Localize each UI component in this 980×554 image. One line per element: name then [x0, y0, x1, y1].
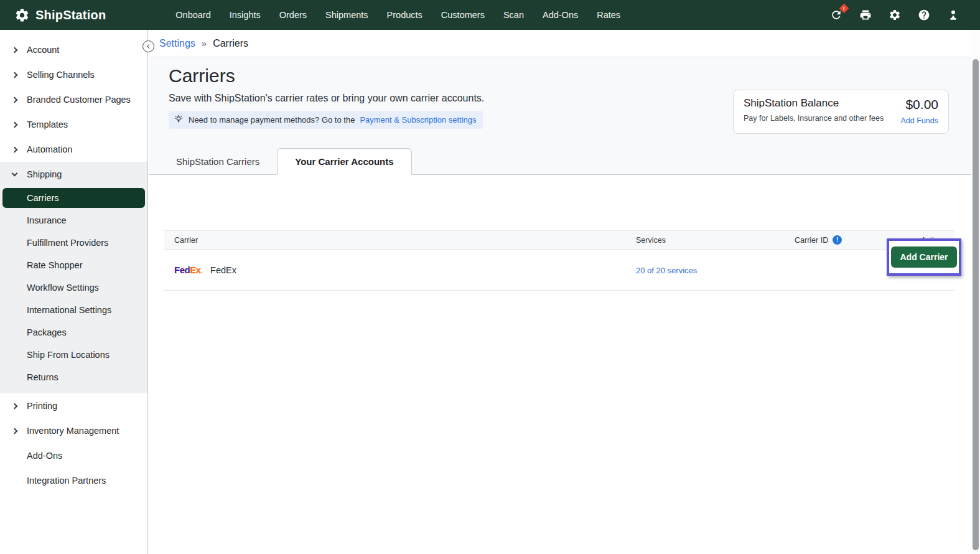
- sidebar-item-inventory-management[interactable]: Inventory Management: [0, 418, 147, 443]
- tip-text: Need to manage payment methods? Go to th…: [189, 115, 355, 124]
- navbar-icon-group: !: [829, 8, 960, 22]
- sidebar-item-shipping[interactable]: Shipping: [0, 162, 147, 187]
- balance-amount: $0.00: [901, 97, 938, 112]
- breadcrumb: Settings » Carriers: [149, 30, 980, 57]
- nav-item-scan[interactable]: Scan: [503, 10, 524, 20]
- sidebar-collapse-button[interactable]: [142, 40, 154, 52]
- tab-your-carrier-accounts[interactable]: Your Carrier Accounts: [277, 148, 411, 175]
- chevron-right-icon: [12, 72, 18, 78]
- sidebar-item-label: Shipping: [27, 169, 62, 179]
- main-content: Settings » Carriers Carriers Save with S…: [149, 30, 980, 554]
- brand-name: ShipStation: [35, 8, 106, 22]
- top-navbar: ShipStation Onboard Insights Orders Ship…: [0, 0, 980, 30]
- sidebar-item-integration-partners[interactable]: Integration Partners: [0, 468, 147, 493]
- sidebar-item-packages[interactable]: Packages: [0, 321, 147, 344]
- sidebar-item-international-settings[interactable]: International Settings: [0, 299, 147, 321]
- nav-item-rates[interactable]: Rates: [597, 10, 620, 20]
- sidebar-item-label: International Settings: [27, 305, 111, 315]
- page-title: Carriers: [169, 57, 980, 87]
- sidebar-item-label: Automation: [27, 144, 72, 154]
- sidebar-item-label: Templates: [27, 120, 68, 129]
- sidebar-item-label: Selling Channels: [27, 70, 95, 80]
- tab-shipstation-carriers[interactable]: ShipStation Carriers: [159, 148, 277, 175]
- sidebar-item-insurance[interactable]: Insurance: [0, 209, 147, 232]
- chevron-right-icon: [12, 403, 18, 409]
- sidebar-item-branded-customer-pages[interactable]: Branded Customer Pages: [0, 87, 147, 112]
- payment-subscription-settings-link[interactable]: Payment & Subscription settings: [360, 115, 476, 124]
- chevron-right-icon: [12, 47, 18, 53]
- sidebar-item-account[interactable]: Account: [0, 37, 147, 62]
- sidebar-item-label: Ship From Locations: [27, 350, 110, 360]
- add-funds-link[interactable]: Add Funds: [901, 116, 938, 125]
- settings-icon[interactable]: [888, 8, 902, 22]
- table-header-row: Carrier Services Carrier ID ! Actions: [164, 230, 954, 250]
- sidebar-item-add-ons[interactable]: Add-Ons: [0, 443, 147, 468]
- main-nav: Onboard Insights Orders Shipments Produc…: [175, 10, 620, 20]
- user-icon[interactable]: [946, 8, 960, 22]
- nav-item-addons[interactable]: Add-Ons: [543, 10, 578, 20]
- fedex-logo: FedEx.: [174, 265, 202, 275]
- nav-item-shipments[interactable]: Shipments: [325, 10, 368, 20]
- sidebar-item-label: Carriers: [27, 193, 59, 203]
- breadcrumb-settings-link[interactable]: Settings: [159, 38, 195, 49]
- page-scrollbar: [971, 30, 980, 554]
- nav-item-customers[interactable]: Customers: [441, 10, 485, 20]
- sidebar-item-label: Fulfillment Providers: [27, 238, 108, 248]
- payment-tip-banner: Need to manage payment methods? Go to th…: [169, 111, 483, 129]
- add-carrier-highlight-annotation: Add Carrier: [887, 238, 961, 276]
- shipstation-app: ShipStation Onboard Insights Orders Ship…: [0, 0, 980, 554]
- refresh-icon[interactable]: !: [829, 8, 843, 22]
- chevron-right-icon: [12, 428, 18, 434]
- nav-item-products[interactable]: Products: [387, 10, 422, 20]
- shipstation-logo[interactable]: ShipStation: [14, 7, 106, 23]
- balance-title: ShipStation Balance: [744, 97, 884, 110]
- sidebar-item-label: Account: [27, 45, 59, 55]
- help-icon[interactable]: [917, 8, 931, 22]
- shipstation-balance-card: ShipStation Balance Pay for Labels, Insu…: [733, 90, 949, 134]
- nav-item-onboard[interactable]: Onboard: [175, 10, 210, 20]
- settings-sidebar: Account Selling Channels Branded Custome…: [0, 30, 148, 554]
- sidebar-group-shipping: Shipping Carriers Insurance Fulfillment …: [0, 162, 147, 393]
- chevron-right-icon: [12, 146, 18, 153]
- carrier-name: FedEx: [210, 265, 236, 275]
- print-icon[interactable]: [859, 8, 872, 22]
- sidebar-item-carriers[interactable]: Carriers: [2, 188, 145, 208]
- lightbulb-icon: [174, 114, 184, 126]
- sidebar-item-label: Integration Partners: [27, 476, 106, 486]
- sidebar-item-label: Inventory Management: [27, 426, 119, 436]
- sidebar-item-workflow-settings[interactable]: Workflow Settings: [0, 276, 147, 299]
- table-row-fedex: FedEx. FedEx 20 of 20 services •••: [164, 250, 954, 291]
- carrier-accounts-table: Carrier Services Carrier ID ! Actions Fe…: [164, 230, 954, 291]
- sidebar-item-label: Rate Shopper: [27, 260, 82, 270]
- chevron-left-icon: [147, 44, 151, 49]
- chevron-right-icon: [12, 121, 18, 128]
- tab-panel-your-carrier-accounts: Add Carrier Carrier Services Carrier ID …: [149, 230, 980, 554]
- sidebar-item-label: Packages: [27, 327, 67, 337]
- sidebar-item-returns[interactable]: Returns: [0, 366, 147, 388]
- sidebar-item-selling-channels[interactable]: Selling Channels: [0, 62, 147, 87]
- sidebar-item-automation[interactable]: Automation: [0, 137, 147, 162]
- column-header-carrier-id: Carrier ID !: [795, 235, 898, 245]
- sidebar-item-label: Add-Ons: [27, 451, 62, 461]
- balance-description: Pay for Labels, Insurance and other fees: [744, 114, 884, 123]
- sidebar-item-printing[interactable]: Printing: [0, 393, 147, 418]
- sidebar-item-label: Printing: [27, 401, 57, 411]
- nav-item-orders[interactable]: Orders: [279, 10, 307, 20]
- carrier-id-info-icon[interactable]: !: [833, 235, 842, 245]
- sidebar-item-label: Insurance: [27, 215, 67, 225]
- breadcrumb-current: Carriers: [213, 38, 248, 49]
- shipstation-gear-icon: [14, 7, 30, 23]
- sidebar-item-label: Workflow Settings: [27, 283, 99, 293]
- sidebar-item-rate-shopper[interactable]: Rate Shopper: [0, 254, 147, 276]
- add-carrier-button[interactable]: Add Carrier: [891, 246, 956, 268]
- nav-item-insights[interactable]: Insights: [230, 10, 261, 20]
- sidebar-item-ship-from-locations[interactable]: Ship From Locations: [0, 344, 147, 366]
- sidebar-item-label: Returns: [27, 372, 58, 382]
- carrier-tabs: ShipStation Carriers Your Carrier Accoun…: [159, 148, 412, 175]
- sidebar-item-fulfillment-providers[interactable]: Fulfillment Providers: [0, 232, 147, 254]
- scrollbar-thumb[interactable]: [973, 59, 979, 550]
- column-header-carrier: Carrier: [164, 236, 636, 245]
- services-link[interactable]: 20 of 20 services: [636, 266, 697, 275]
- sidebar-item-templates[interactable]: Templates: [0, 112, 147, 137]
- sidebar-item-label: Branded Customer Pages: [27, 95, 131, 105]
